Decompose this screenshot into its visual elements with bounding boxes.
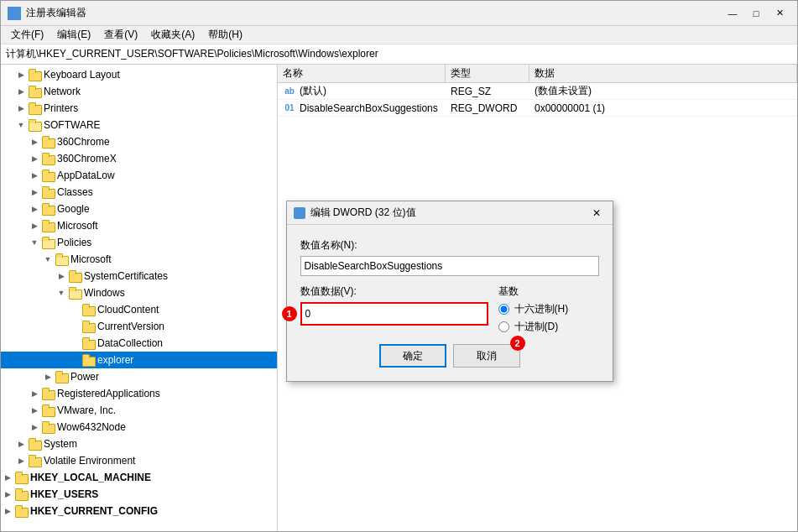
sidebar-item-currentversion[interactable]: ▶ CurrentVersion — [1, 318, 277, 335]
expand-arrow: ▶ — [1, 488, 14, 501]
sidebar-item-software[interactable]: ▼ SOFTWARE — [1, 117, 277, 133]
sidebar-item-wow6432node[interactable]: ▶ Wow6432Node — [1, 419, 277, 436]
window-title: 注册表编辑器 — [26, 6, 722, 20]
sidebar-item-label: AppDataLow — [57, 170, 115, 181]
folder-icon — [55, 371, 68, 383]
dialog-title-bar: 编辑 DWORD (32 位)值 ✕ — [287, 201, 613, 225]
sidebar-item-network[interactable]: ▶ Network — [1, 83, 277, 100]
title-bar-buttons: — □ ✕ — [722, 5, 790, 22]
col-header-name[interactable]: 名称 — [278, 65, 446, 82]
sidebar-item-360chromex[interactable]: ▶ 360ChromeX — [1, 150, 277, 167]
cancel-button[interactable]: 取消 — [453, 344, 520, 368]
registry-editor-window: 注册表编辑器 — □ ✕ 文件(F) 编辑(E) 查看(V) 收藏夹(A) 帮助… — [0, 0, 798, 532]
expand-arrow: ▶ — [14, 454, 28, 467]
menu-favorites[interactable]: 收藏夹(A) — [144, 26, 201, 44]
col-header-data[interactable]: 数据 — [529, 65, 797, 82]
cell-name: ab (默认) — [278, 83, 446, 99]
expand-arrow: ▶ — [68, 303, 81, 316]
sidebar-item-power[interactable]: ▶ Power — [1, 368, 277, 385]
expand-arrow: ▼ — [41, 253, 55, 266]
badge-2: 2 — [510, 336, 525, 351]
dialog-close-button[interactable]: ✕ — [587, 205, 606, 222]
ab-icon: ab — [283, 86, 296, 97]
sidebar-item-keyboard-layout[interactable]: ▶ Keyboard Layout — [1, 66, 277, 83]
app-icon — [8, 7, 21, 20]
dword-icon: 01 — [283, 102, 296, 114]
sidebar-item-label: Policies — [57, 237, 91, 248]
sidebar-item-label: Volatile Environment — [44, 455, 135, 467]
folder-icon — [28, 69, 41, 81]
sidebar-item-label: CurrentVersion — [97, 321, 164, 332]
sidebar-item-system[interactable]: ▶ System — [1, 436, 277, 452]
expand-arrow: ▶ — [55, 269, 68, 283]
menu-help[interactable]: 帮助(H) — [201, 26, 249, 44]
radio-dec[interactable]: 十进制(D) — [498, 320, 599, 334]
value-input[interactable] — [300, 302, 488, 326]
sidebar-item-vmware[interactable]: ▶ VMware, Inc. — [1, 402, 277, 419]
sidebar-item-windows[interactable]: ▼ Windows — [1, 284, 277, 301]
radio-hex-input[interactable] — [498, 304, 509, 315]
expand-arrow: ▶ — [14, 68, 28, 81]
expand-arrow: ▶ — [1, 471, 14, 484]
folder-icon — [41, 404, 55, 416]
sidebar-item-volatile[interactable]: ▶ Volatile Environment — [1, 452, 277, 469]
sidebar-item-google[interactable]: ▶ Google — [1, 201, 277, 217]
close-button[interactable]: ✕ — [769, 5, 790, 22]
sidebar-item-label: Keyboard Layout — [44, 69, 120, 81]
menu-view[interactable]: 查看(V) — [97, 26, 144, 44]
folder-icon — [41, 220, 55, 232]
dialog-body: 数值名称(N): 数值数据(V): 1 基数 — [287, 225, 613, 381]
sidebar-item-label: Power — [70, 371, 99, 383]
sidebar-item-explorer[interactable]: ▶ explorer — [1, 352, 277, 368]
sidebar-item-label: Wow6432Node — [57, 421, 126, 433]
name-input[interactable] — [300, 256, 599, 276]
cell-data: 0x00000001 (1) — [529, 100, 797, 116]
sidebar-item-label: 360ChromeX — [57, 153, 117, 164]
sidebar-item-policies[interactable]: ▼ Policies — [1, 234, 277, 251]
sidebar-item-hku[interactable]: ▶ HKEY_USERS — [1, 486, 277, 503]
sidebar-item-label: VMware, Inc. — [57, 404, 116, 416]
sidebar-item-policies-microsoft[interactable]: ▼ Microsoft — [1, 251, 277, 268]
cell-data: (数值未设置) — [529, 83, 797, 99]
radio-hex[interactable]: 十六进制(H) — [498, 302, 599, 316]
minimize-button[interactable]: — — [722, 5, 743, 22]
sidebar-item-printers[interactable]: ▶ Printers — [1, 100, 277, 117]
sidebar-item-microsoft[interactable]: ▶ Microsoft — [1, 217, 277, 234]
folder-icon — [68, 270, 81, 282]
expand-arrow: ▼ — [28, 236, 41, 249]
folder-icon — [28, 102, 41, 114]
menu-bar: 文件(F) 编辑(E) 查看(V) 收藏夹(A) 帮助(H) — [1, 26, 797, 44]
menu-file[interactable]: 文件(F) — [4, 26, 50, 44]
sidebar-item-cloudcontent[interactable]: ▶ CloudContent — [1, 301, 277, 318]
radio-dec-label: 十进制(D) — [514, 320, 559, 334]
expand-arrow: ▶ — [28, 169, 41, 182]
folder-icon — [41, 388, 55, 399]
table-row[interactable]: ab (默认) REG_SZ (数值未设置) — [278, 83, 797, 100]
sidebar-item-datacollection[interactable]: ▶ DataCollection — [1, 335, 277, 352]
sidebar-item-appdatalow[interactable]: ▶ AppDataLow — [1, 167, 277, 184]
sidebar-item-hkcc[interactable]: ▶ HKEY_CURRENT_CONFIG — [1, 503, 277, 519]
sidebar-item-360chrome[interactable]: ▶ 360Chrome — [1, 133, 277, 150]
badge-1: 1 — [282, 306, 297, 321]
sidebar-item-classes[interactable]: ▶ Classes — [1, 184, 277, 201]
folder-icon — [41, 170, 55, 181]
table-row[interactable]: 01 DisableSearchBoxSuggestions REG_DWORD… — [278, 100, 797, 117]
radio-dec-input[interactable] — [498, 321, 509, 332]
expand-arrow: ▶ — [1, 504, 14, 518]
menu-edit[interactable]: 编辑(E) — [50, 26, 97, 44]
expand-arrow: ▶ — [28, 152, 41, 165]
sidebar-item-hklm[interactable]: ▶ HKEY_LOCAL_MACHINE — [1, 469, 277, 486]
expand-arrow: ▶ — [28, 404, 41, 417]
sidebar-item-regapps[interactable]: ▶ RegisteredApplications — [1, 385, 277, 402]
folder-icon — [41, 186, 55, 198]
col-header-type[interactable]: 类型 — [446, 65, 529, 82]
dialog-title: 编辑 DWORD (32 位)值 — [310, 206, 587, 220]
title-bar: 注册表编辑器 — □ ✕ — [1, 1, 797, 26]
value-section: 数值数据(V): 1 基数 十六进制(H) — [300, 284, 599, 334]
dialog-icon — [294, 207, 305, 219]
ok-button[interactable]: 确定 — [379, 344, 446, 368]
folder-icon — [28, 86, 41, 97]
sidebar-item-systemcerts[interactable]: ▶ SystemCertificates — [1, 268, 277, 284]
sidebar-item-label: HKEY_USERS — [30, 488, 98, 500]
maximize-button[interactable]: □ — [745, 5, 767, 22]
